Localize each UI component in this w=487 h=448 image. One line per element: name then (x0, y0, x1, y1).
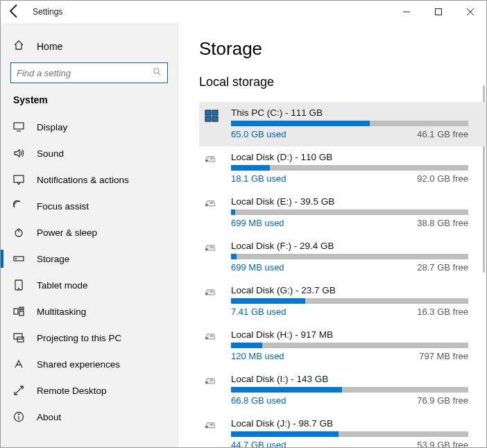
sidebar-item-label: Display (37, 122, 67, 132)
usage-bar (231, 387, 468, 393)
svg-rect-33 (206, 249, 207, 250)
search-box[interactable] (10, 62, 168, 83)
sidebar-item-projecting[interactable]: Projecting to this PC (1, 325, 178, 351)
drive-name: Local Disk (J:) - 98.7 GB (231, 418, 468, 429)
svg-rect-26 (205, 117, 211, 121)
sidebar-item-label: About (37, 412, 61, 422)
svg-point-40 (210, 424, 213, 426)
sidebar-item-label: Focus assist (37, 201, 89, 212)
drive-name: This PC (C:) - 111 GB (231, 107, 468, 118)
about-icon (13, 411, 24, 422)
back-button[interactable] (6, 3, 23, 21)
titlebar: Settings (1, 1, 486, 23)
page-title: Storage (199, 38, 486, 60)
sidebar-item-sound[interactable]: Sound (1, 140, 178, 166)
group-label: System (1, 94, 178, 114)
disk-icon (205, 331, 221, 347)
drive-name: Local Disk (G:) - 23.7 GB (231, 285, 468, 295)
maximize-button[interactable] (422, 1, 454, 23)
settings-window: Settings Home (0, 0, 487, 448)
used-label: 699 MB used (231, 262, 284, 273)
svg-point-23 (19, 414, 19, 415)
drive-name: Local Disk (E:) - 39.5 GB (231, 196, 468, 207)
svg-rect-18 (19, 311, 24, 316)
remote-desktop-icon (13, 385, 24, 396)
sidebar-item-about[interactable]: About (1, 404, 178, 430)
drive-row[interactable]: This PC (C:) - 111 GB65.0 GB used46.1 GB… (199, 102, 486, 146)
sidebar-item-remote-desktop[interactable]: Remote Desktop (1, 377, 178, 404)
svg-point-14 (19, 288, 19, 289)
svg-point-4 (154, 69, 159, 74)
usage-bar (231, 121, 468, 126)
svg-point-28 (210, 158, 213, 160)
sidebar-item-shared-experiences[interactable]: Shared experiences (1, 351, 178, 377)
drive-row[interactable]: Local Disk (H:) - 917 MB120 MB used797 M… (199, 324, 486, 368)
drive-row[interactable]: Local Disk (I:) - 143 GB66.8 GB used76.9… (199, 368, 486, 413)
drive-name: Local Disk (H:) - 917 MB (231, 329, 468, 340)
sidebar-item-multitasking[interactable]: Multitasking (1, 298, 178, 325)
used-label: 18.1 GB used (231, 173, 287, 184)
sidebar-item-display[interactable]: Display (1, 114, 178, 140)
svg-rect-27 (212, 117, 218, 121)
used-label: 120 MB used (231, 351, 284, 361)
free-label: 53.9 GB free (417, 440, 468, 447)
svg-rect-39 (206, 382, 207, 383)
svg-rect-35 (206, 293, 207, 294)
drive-row[interactable]: Local Disk (D:) - 110 GB18.1 GB used92.0… (199, 146, 486, 191)
drive-row[interactable]: Local Disk (G:) - 23.7 GB7.41 GB used16.… (199, 279, 486, 324)
sidebar-item-label: Notifications & actions (37, 175, 129, 185)
usage-bar (231, 165, 468, 171)
usage-bar (231, 298, 468, 304)
svg-line-5 (158, 73, 160, 75)
sound-icon (13, 148, 24, 159)
sidebar-item-label: Sound (37, 148, 64, 159)
section-title: Local storage (199, 75, 486, 89)
sidebar-item-tablet-mode[interactable]: Tablet mode (1, 272, 178, 298)
svg-rect-29 (206, 160, 207, 161)
close-button[interactable] (454, 1, 486, 23)
disk-icon (205, 198, 221, 214)
drive-row[interactable]: Local Disk (E:) - 39.5 GB699 MB used38.8… (199, 191, 486, 235)
disk-icon (205, 375, 221, 392)
free-label: 92.0 GB free (417, 173, 468, 184)
svg-point-32 (210, 247, 213, 248)
tablet-icon (13, 279, 24, 291)
sidebar-item-notifications[interactable]: Notifications & actions (1, 166, 178, 193)
drive-row[interactable]: Local Disk (F:) - 29.4 GB699 MB used28.7… (199, 235, 486, 279)
svg-rect-15 (14, 309, 18, 314)
svg-rect-6 (14, 123, 24, 129)
used-label: 7.41 GB used (231, 307, 287, 317)
usage-bar (231, 431, 468, 437)
svg-rect-19 (14, 334, 22, 339)
drive-row[interactable]: Local Disk (J:) - 98.7 GB44.7 GB used53.… (199, 413, 486, 447)
projecting-icon (13, 332, 24, 343)
sidebar-item-label: Storage (37, 254, 69, 264)
usage-bar (231, 343, 468, 348)
svg-rect-8 (14, 175, 24, 182)
sidebar-item-label: Shared experiences (37, 359, 120, 370)
sidebar-item-storage[interactable]: Storage (1, 245, 178, 272)
drive-name: Local Disk (F:) - 29.4 GB (231, 241, 468, 251)
sidebar: Home System Display Sound (1, 23, 178, 447)
sidebar-item-label: Projecting to this PC (37, 333, 121, 343)
svg-point-36 (210, 336, 213, 337)
sidebar-item-label: Multitasking (37, 307, 86, 317)
used-label: 44.7 GB used (231, 440, 287, 447)
windows-icon (205, 109, 221, 126)
display-icon (13, 121, 24, 132)
sidebar-item-label: Remote Desktop (37, 386, 107, 396)
notifications-icon (13, 174, 24, 185)
home-icon (13, 40, 24, 53)
free-label: 16.3 GB free (417, 307, 468, 317)
disk-icon (205, 242, 221, 259)
sidebar-item-focus-assist[interactable]: Focus assist (1, 193, 178, 219)
home-button[interactable]: Home (1, 34, 178, 62)
svg-rect-24 (205, 110, 211, 115)
search-input[interactable] (17, 68, 153, 78)
svg-rect-41 (206, 427, 207, 427)
minimize-button[interactable] (391, 1, 422, 23)
multitasking-icon (13, 306, 24, 317)
used-label: 699 MB used (231, 218, 284, 228)
sidebar-item-power-sleep[interactable]: Power & sleep (1, 219, 178, 245)
disk-icon (205, 153, 221, 170)
